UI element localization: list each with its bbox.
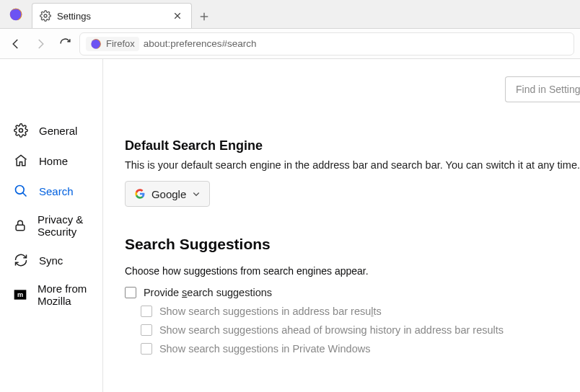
sidebar-label: Home	[39, 155, 68, 167]
categories-sidebar: General Home Search Privacy & Security	[0, 59, 103, 392]
tab-strip: Settings	[0, 0, 580, 29]
search-suggestions-section: Search Suggestions Choose how suggestion…	[125, 236, 580, 355]
svg-point-8	[16, 186, 25, 195]
firefox-icon	[90, 38, 102, 50]
section-description: This is your default search engine in th…	[125, 159, 580, 171]
sidebar-item-home[interactable]: Home	[0, 146, 102, 176]
section-heading: Search Suggestions	[125, 236, 580, 253]
gear-icon	[13, 122, 29, 138]
sidebar-item-general[interactable]: General	[0, 115, 102, 146]
sidebar-item-more-mozilla[interactable]: m More from Mozilla	[0, 275, 102, 314]
checkbox-label: Provide search suggestions	[144, 287, 272, 298]
url-text: about:preferences#search	[144, 38, 257, 49]
identity-box[interactable]: Firefox	[86, 37, 139, 51]
search-icon	[13, 183, 29, 199]
checkbox-label: Show search suggestions in address bar r…	[159, 306, 382, 317]
home-icon	[13, 153, 29, 169]
lock-icon	[13, 218, 27, 233]
default-engine-dropdown[interactable]: Google	[125, 181, 210, 207]
svg-rect-10	[16, 225, 25, 231]
selected-engine-label: Google	[151, 188, 186, 200]
preferences-content: General Home Search Privacy & Security	[0, 59, 580, 392]
forward-button[interactable]	[30, 34, 50, 54]
nav-toolbar: Firefox about:preferences#search	[0, 29, 580, 59]
tab-title: Settings	[57, 11, 165, 22]
sidebar-label: More from Mozilla	[38, 282, 89, 307]
find-placeholder: Find in Settings	[516, 84, 580, 95]
section-heading: Default Search Engine	[125, 138, 580, 153]
checkbox-box	[141, 306, 152, 317]
identity-label: Firefox	[106, 38, 135, 49]
gear-icon	[40, 10, 51, 22]
checkbox-box	[141, 324, 152, 336]
svg-line-9	[23, 193, 27, 197]
checkbox-box	[125, 287, 136, 298]
sidebar-label: Sync	[39, 254, 63, 267]
chevron-down-icon	[192, 190, 201, 198]
sidebar-item-privacy[interactable]: Privacy & Security	[0, 206, 102, 245]
checkbox-label: Show search suggestions ahead of browsin…	[159, 324, 504, 336]
sidebar-label: Search	[39, 185, 74, 197]
show-suggestions-addressbar-checkbox[interactable]: Show search suggestions in address bar r…	[141, 306, 580, 317]
svg-text:m: m	[17, 291, 23, 298]
sidebar-label: General	[39, 125, 77, 137]
section-description: Choose how suggestions from search engin…	[125, 265, 580, 277]
firefox-app-icon	[0, 0, 32, 28]
main-pane: Find in Settings Default Search Engine T…	[103, 59, 580, 392]
show-suggestions-private-windows-checkbox[interactable]: Show search suggestions in Private Windo…	[141, 343, 580, 355]
svg-point-7	[19, 129, 23, 133]
reload-button[interactable]	[55, 34, 75, 54]
checkbox-label: Show search suggestions in Private Windo…	[159, 343, 371, 355]
find-in-settings-input[interactable]: Find in Settings	[505, 76, 580, 102]
browser-tab[interactable]: Settings	[32, 3, 192, 28]
checkbox-box	[141, 343, 152, 355]
sidebar-item-search[interactable]: Search	[0, 176, 102, 206]
default-search-engine-section: Default Search Engine This is your defau…	[125, 138, 580, 207]
url-bar[interactable]: Firefox about:preferences#search	[79, 32, 574, 55]
mozilla-icon: m	[13, 287, 27, 303]
sidebar-item-sync[interactable]: Sync	[0, 245, 102, 275]
new-tab-button[interactable]	[192, 4, 216, 28]
close-tab-button[interactable]	[171, 9, 184, 22]
google-icon	[134, 188, 146, 200]
back-button[interactable]	[6, 34, 26, 54]
provide-search-suggestions-checkbox[interactable]: Provide search suggestions	[125, 287, 580, 298]
show-suggestions-ahead-history-checkbox[interactable]: Show search suggestions ahead of browsin…	[141, 324, 580, 336]
sidebar-label: Privacy & Security	[38, 213, 89, 238]
sync-icon	[13, 252, 29, 268]
svg-point-1	[44, 14, 47, 17]
